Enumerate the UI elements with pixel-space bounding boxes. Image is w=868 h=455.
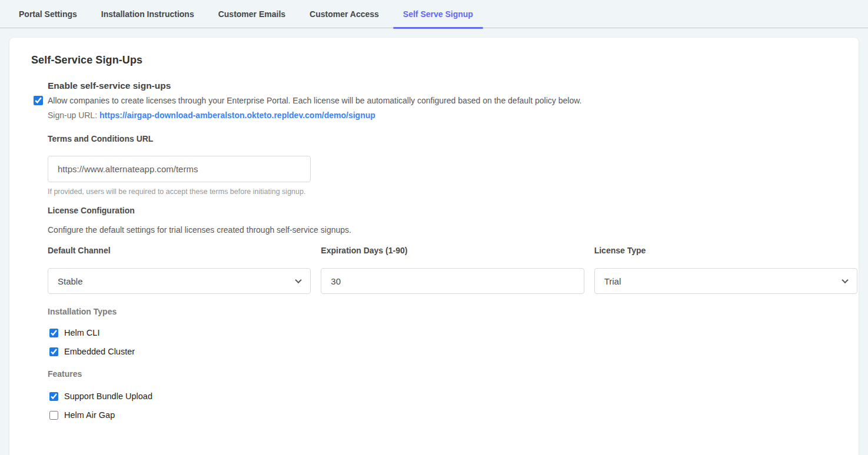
tab-bar: Portal Settings Installation Instruction… — [0, 0, 868, 28]
installation-type-row: Helm CLI — [49, 323, 848, 342]
feature-row: Helm Air Gap — [49, 406, 848, 424]
default-channel-label: Default Channel — [48, 246, 311, 255]
page-title: Self-Service Sign-Ups — [31, 54, 848, 66]
expiration-days-input[interactable] — [321, 268, 584, 294]
installation-type-row: Embedded Cluster — [49, 342, 848, 361]
helm-cli-label[interactable]: Helm CLI — [64, 328, 99, 337]
tab-customer-access[interactable]: Customer Access — [300, 0, 389, 28]
license-type-select[interactable]: Trial — [594, 268, 857, 294]
tab-portal-settings[interactable]: Portal Settings — [9, 0, 87, 28]
support-bundle-upload-label[interactable]: Support Bundle Upload — [64, 392, 152, 401]
tab-label: Customer Emails — [218, 9, 285, 19]
default-channel-select[interactable]: Stable — [48, 268, 311, 294]
terms-url-input[interactable] — [48, 156, 311, 182]
license-type-label: License Type — [594, 246, 857, 255]
installation-types-heading: Installation Types — [48, 307, 848, 316]
tab-label: Installation Instructions — [101, 9, 194, 19]
self-serve-signup-panel: Self-Service Sign-Ups Enable self-servic… — [9, 38, 859, 455]
tab-installation-instructions[interactable]: Installation Instructions — [91, 0, 204, 28]
terms-url-helper-text: If provided, users will be required to a… — [48, 188, 848, 196]
expiration-days-field: Expiration Days (1-90) — [321, 246, 584, 294]
tab-label: Self Serve Signup — [403, 9, 473, 19]
expiration-days-label: Expiration Days (1-90) — [321, 246, 584, 255]
license-config-fields: Default Channel Stable Expiration Days (… — [48, 246, 857, 294]
signup-url-label: Sign-up URL: — [48, 111, 97, 120]
default-channel-field: Default Channel Stable — [48, 246, 311, 294]
helm-air-gap-checkbox[interactable] — [49, 411, 58, 420]
support-bundle-upload-checkbox[interactable] — [49, 392, 58, 401]
tab-label: Customer Access — [310, 9, 379, 19]
signup-url-line: Sign-up URL:https://airgap-download-ambe… — [48, 111, 848, 120]
terms-url-label: Terms and Conditions URL — [48, 134, 848, 143]
license-type-field: License Type Trial — [594, 246, 857, 294]
signup-url-link[interactable]: https://airgap-download-amberalston.okte… — [99, 111, 375, 120]
tab-customer-emails[interactable]: Customer Emails — [208, 0, 295, 28]
features-heading: Features — [48, 369, 848, 379]
embedded-cluster-checkbox[interactable] — [49, 347, 58, 356]
embedded-cluster-label[interactable]: Embedded Cluster — [64, 347, 135, 356]
enable-signups-checkbox[interactable] — [34, 96, 43, 105]
tab-label: Portal Settings — [19, 9, 77, 19]
tab-self-serve-signup[interactable]: Self Serve Signup — [393, 0, 483, 28]
helm-air-gap-label[interactable]: Helm Air Gap — [64, 410, 115, 420]
enable-signups-heading: Enable self-service sign-ups — [48, 81, 848, 91]
enable-signups-description: Allow companies to create licenses throu… — [48, 96, 581, 105]
helm-cli-checkbox[interactable] — [49, 329, 58, 337]
license-configuration-description: Configure the default settings for trial… — [48, 225, 848, 235]
license-configuration-heading: License Configuration — [48, 206, 848, 215]
enable-signups-row: Allow companies to create licenses throu… — [34, 96, 848, 105]
feature-row: Support Bundle Upload — [49, 387, 848, 406]
